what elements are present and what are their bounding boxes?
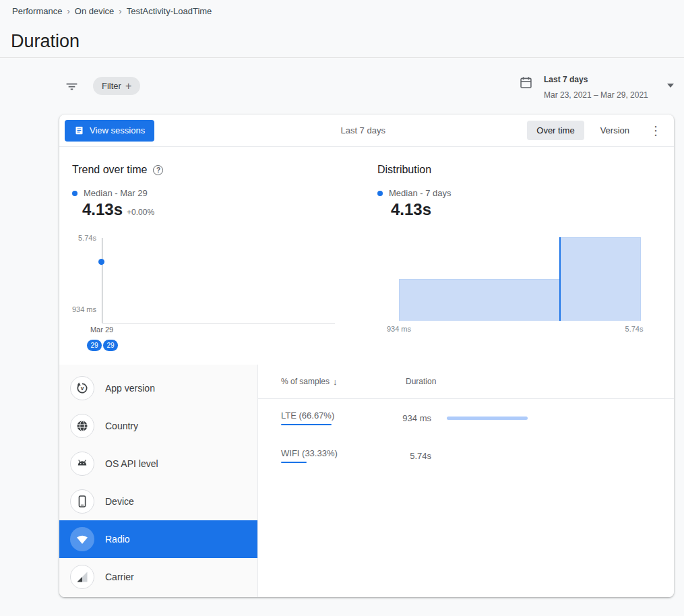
trend-y-min-label: 934 ms [59, 305, 96, 313]
svg-text:v: v [81, 385, 84, 392]
row-label: LTE (66.67%) [281, 410, 334, 421]
duration-value: 5.74s [398, 451, 431, 461]
breadcrumb-on-device[interactable]: On device [75, 6, 115, 16]
tab-over-time[interactable]: Over time [527, 121, 584, 140]
samples-table: % of samples ↓ Duration LTE (66.67%) 934… [258, 365, 674, 597]
date-range-label: Mar 23, 2021 – Mar 29, 2021 [544, 90, 648, 100]
range-handle-start[interactable]: 29 [87, 340, 102, 351]
sidebar-item-app-version[interactable]: v App version [59, 369, 257, 407]
sidebar-item-label: Carrier [105, 572, 134, 582]
trend-x-tick: Mar 29 [75, 326, 129, 334]
sidebar-item-label: Radio [105, 534, 130, 545]
date-text: Last 7 days Mar 23, 2021 – Mar 29, 2021 [544, 73, 648, 100]
filter-chip[interactable]: Filter + [93, 77, 140, 95]
samples-pct-bar [281, 424, 332, 425]
date-range-picker[interactable]: Last 7 days Mar 23, 2021 – Mar 29, 2021 [519, 73, 674, 100]
duration-card: View sessions Last 7 days Over time Vers… [59, 115, 674, 597]
trend-legend-label: Median - Mar 29 [84, 188, 148, 198]
breadcrumb-performance[interactable]: Performance [12, 6, 62, 16]
sort-desc-icon: ↓ [333, 377, 338, 387]
sidebar-item-country[interactable]: Country [59, 407, 257, 445]
app-version-icon: v [70, 376, 94, 400]
help-icon[interactable]: ? [153, 165, 163, 175]
sidebar-item-os-api-level[interactable]: OS API level [59, 445, 257, 483]
view-sessions-label: View sessions [90, 125, 145, 135]
trend-title-row: Trend over time ? [72, 164, 163, 176]
median-line [559, 237, 561, 321]
sidebar-item-label: Country [105, 421, 138, 431]
breadcrumb-separator: › [67, 6, 69, 16]
distribution-legend-label: Median - 7 days [389, 188, 452, 198]
sessions-doc-icon [74, 125, 84, 135]
trend-y-axis [102, 238, 102, 323]
tab-version[interactable]: Version [591, 121, 639, 140]
distribution-median-value: 4.13s [391, 200, 431, 219]
date-preset-label: Last 7 days [544, 75, 648, 84]
calendar-icon [519, 75, 533, 100]
trend-median-value: 4.13s [82, 200, 123, 219]
globe-icon [70, 414, 94, 438]
trend-title: Trend over time [72, 164, 147, 176]
range-handle-end[interactable]: 29 [103, 340, 118, 351]
table-row-wifi[interactable]: WIFI (33.33%) 5.74s [258, 437, 674, 474]
view-toggle-group: Over time Version ⋮ [527, 121, 666, 140]
charts-section: Trend over time ? Median - Mar 29 4.13s … [59, 147, 674, 365]
distribution-value-row: 4.13s [391, 200, 431, 219]
legend-dot [377, 191, 383, 196]
breadcrumb-separator: › [119, 6, 121, 16]
table-row-lte[interactable]: LTE (66.67%) 934 ms [258, 399, 674, 437]
more-menu-icon[interactable]: ⋮ [646, 125, 666, 137]
plus-icon: + [125, 81, 131, 92]
distribution-x-min-label: 934 ms [379, 325, 419, 333]
samples-header-label: % of samples [281, 377, 330, 386]
samples-cell: LTE (66.67%) [281, 410, 398, 425]
header-divider [0, 57, 684, 58]
card-header: View sessions Last 7 days Over time Vers… [59, 115, 674, 147]
breadcrumb-trace[interactable]: TestActivity-LoadTime [127, 6, 212, 16]
chevron-down-icon [667, 84, 674, 88]
duration-bar [447, 417, 528, 420]
distribution-x-max-label: 5.74s [614, 325, 654, 333]
histogram-bar-low [399, 279, 560, 321]
distribution-legend: Median - 7 days [377, 188, 452, 198]
column-header-duration[interactable]: Duration [398, 377, 436, 386]
duration-value: 934 ms [398, 413, 431, 423]
trend-y-max-label: 5.74s [59, 234, 96, 242]
sidebar-item-label: App version [105, 383, 155, 394]
samples-cell: WIFI (33.33%) [281, 448, 398, 463]
breakdown-section: v App version Country OS API level [59, 365, 674, 597]
trend-delta: +0.00% [127, 208, 154, 217]
filter-list-icon[interactable] [65, 80, 79, 94]
trend-value-row: 4.13s +0.00% [82, 200, 154, 219]
breadcrumb: Performance › On device › TestActivity-L… [12, 6, 212, 16]
sidebar-item-device[interactable]: Device [59, 483, 257, 520]
trend-x-axis [102, 323, 335, 324]
legend-dot [72, 191, 77, 196]
distribution-title-row: Distribution [377, 164, 431, 176]
page-title: Duration [11, 31, 80, 52]
sidebar-item-radio[interactable]: Radio [59, 520, 257, 558]
column-header-samples[interactable]: % of samples ↓ [281, 377, 398, 387]
dimension-sidebar: v App version Country OS API level [59, 365, 258, 597]
signal-icon [70, 565, 94, 589]
os-api-level-icon [70, 452, 94, 476]
sidebar-item-label: OS API level [105, 458, 158, 469]
row-label: WIFI (33.33%) [281, 448, 338, 458]
samples-pct-bar [281, 462, 307, 463]
histogram-bar-high [560, 237, 641, 321]
filter-chip-label: Filter [102, 81, 121, 91]
trend-data-point [98, 259, 104, 265]
phone-icon [70, 489, 94, 514]
view-sessions-button[interactable]: View sessions [65, 120, 154, 142]
distribution-title: Distribution [377, 164, 431, 176]
period-label: Last 7 days [340, 125, 385, 135]
sidebar-item-carrier[interactable]: Carrier [59, 558, 257, 596]
wifi-icon [70, 527, 94, 551]
sidebar-item-label: Device [105, 496, 134, 507]
table-header: % of samples ↓ Duration [258, 365, 674, 399]
trend-legend: Median - Mar 29 [72, 188, 148, 198]
